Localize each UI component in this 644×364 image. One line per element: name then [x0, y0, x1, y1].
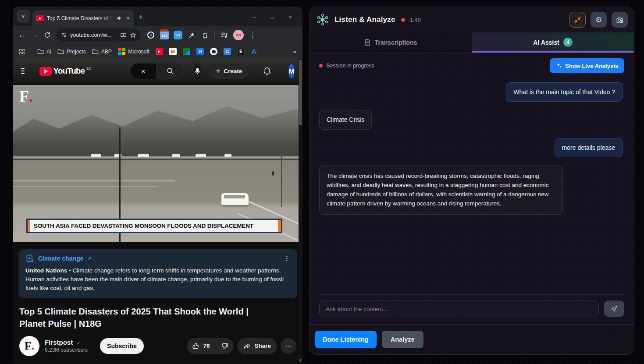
- bookmarks-overflow-icon[interactable]: »: [293, 48, 296, 55]
- youtube-account-avatar[interactable]: M: [288, 64, 295, 78]
- eyedropper-extension-icon[interactable]: [187, 31, 196, 39]
- media-queue-icon[interactable]: [220, 31, 228, 39]
- browser-toolbar: ← → youtube.com/w... 102 FI: [13, 26, 302, 44]
- analyze-button[interactable]: Analyze: [382, 331, 423, 348]
- bookmark-translate-icon[interactable]: G: [224, 48, 231, 55]
- ask-content-input[interactable]: [319, 300, 599, 317]
- url-text[interactable]: youtube.com/w...: [70, 32, 117, 38]
- dislike-button[interactable]: [215, 342, 234, 350]
- minimize-button[interactable]: –: [253, 14, 256, 20]
- bookmark-e-icon[interactable]: E: [237, 48, 245, 55]
- bookmark-calendar-icon[interactable]: 19: [196, 48, 204, 55]
- bookmark-folder-abp[interactable]: ABP: [92, 49, 112, 55]
- search-clear-icon[interactable]: ×: [130, 63, 156, 79]
- show-live-analysis-button[interactable]: Show Live Analysis: [550, 58, 624, 73]
- bookmark-meet-icon[interactable]: [183, 48, 190, 55]
- toolbar-separator: [214, 31, 215, 39]
- adblock-extension-icon[interactable]: 102: [160, 31, 169, 39]
- forward-button[interactable]: →: [31, 32, 38, 39]
- extensions-row: 102 FI oo ⋮: [146, 30, 257, 40]
- channel-avatar[interactable]: F.: [19, 336, 39, 356]
- youtube-favicon-icon: [36, 15, 44, 21]
- maximize-button[interactable]: □: [271, 14, 274, 20]
- scroll-down-arrow[interactable]: ▼: [299, 358, 302, 362]
- youtube-play-icon: [39, 67, 52, 76]
- back-button[interactable]: ←: [18, 32, 25, 39]
- like-button[interactable]: 76: [187, 342, 215, 350]
- microsoft-logo-icon: [118, 48, 126, 56]
- bookmark-microsoft[interactable]: Microsoft: [118, 48, 149, 56]
- session-status-text: Session in progress: [326, 63, 374, 69]
- tab-search-button[interactable]: ∨: [17, 10, 30, 23]
- browser-tab[interactable]: Top 5 Climate Disasters of 2 ×: [32, 10, 134, 26]
- new-tab-button[interactable]: +: [139, 13, 143, 22]
- bookmarks-separator: [31, 48, 31, 56]
- info-topic-link[interactable]: Climate change: [38, 255, 83, 262]
- reload-button[interactable]: [44, 32, 51, 39]
- video-player[interactable]: F. SOUTH ASIA FACED DEVASTATING MONSOON …: [13, 85, 302, 242]
- tab-transcriptions[interactable]: Transcriptions: [310, 32, 472, 52]
- share-button[interactable]: Share: [237, 338, 277, 354]
- bookmark-folder-projects[interactable]: Projects: [57, 49, 85, 55]
- article-info-icon: [25, 254, 34, 263]
- plus-icon: +: [216, 66, 221, 76]
- video-scene-shore: [13, 156, 302, 159]
- panel-title: Listen & Analyze: [334, 15, 395, 24]
- close-window-button[interactable]: ×: [288, 14, 292, 20]
- cast-save-icon[interactable]: [120, 32, 127, 39]
- address-bar[interactable]: youtube.com/w...: [57, 28, 141, 42]
- verified-check-icon: ✓: [77, 340, 81, 346]
- ft-extension-icon[interactable]: FI: [174, 31, 182, 39]
- voice-search-icon[interactable]: [194, 63, 201, 79]
- more-actions-button[interactable]: ⋯: [281, 338, 296, 354]
- info-card-header: Climate change ↗ ⋮: [25, 254, 290, 263]
- session-status-row: Session in progress Show Live Analysis: [310, 53, 634, 76]
- video-scene-vehicle: [224, 154, 231, 157]
- send-message-button[interactable]: [604, 300, 624, 317]
- browser-menu-icon[interactable]: ⋮: [249, 31, 257, 39]
- bookmark-folder-ai[interactable]: AI: [37, 49, 51, 55]
- apps-grid-icon[interactable]: [19, 49, 25, 54]
- create-button[interactable]: + Create: [209, 64, 249, 79]
- video-scene-vehicle: [196, 154, 206, 157]
- screenshot-lock-button[interactable]: [612, 12, 628, 28]
- page-scrollbar[interactable]: [299, 59, 302, 364]
- chat-input-row: [319, 294, 624, 324]
- subscribe-button[interactable]: Subscribe: [100, 338, 144, 354]
- settings-gear-button[interactable]: ⚙: [591, 12, 607, 28]
- bookmark-gmail-icon[interactable]: M: [169, 48, 177, 55]
- firstpost-watermark: F.: [19, 88, 33, 104]
- collapse-panel-button[interactable]: [569, 12, 586, 28]
- external-link-icon[interactable]: ↗: [87, 255, 92, 262]
- bookmark-label: Projects: [67, 49, 85, 55]
- scrollbar-thumb[interactable]: [299, 60, 302, 125]
- tab-label: AI Assist: [533, 39, 559, 46]
- info-card-menu-icon[interactable]: ⋮: [284, 254, 290, 262]
- app-logo-icon: [316, 13, 330, 27]
- done-listening-button[interactable]: Done Listening: [315, 331, 377, 348]
- browser-window: ∨ Top 5 Climate Disasters of 2 × + – □ ×…: [13, 7, 302, 364]
- menu-hamburger-icon[interactable]: [21, 68, 25, 74]
- session-live-dot: [319, 64, 323, 67]
- notifications-bell-icon[interactable]: [263, 67, 272, 76]
- site-settings-icon[interactable]: [61, 32, 67, 38]
- bookmark-youtube-icon[interactable]: [156, 48, 163, 55]
- bookmark-star-icon[interactable]: [130, 32, 136, 39]
- assistant-message: The climate crisis has caused record-bre…: [319, 166, 563, 215]
- profile-avatar[interactable]: oo: [233, 30, 244, 40]
- extensions-puzzle-icon[interactable]: [201, 31, 210, 39]
- media-extension-icon[interactable]: [146, 31, 155, 39]
- search-box[interactable]: ×: [130, 63, 184, 79]
- bookmark-azure-icon[interactable]: [251, 49, 257, 54]
- youtube-logo[interactable]: YouTube BD: [39, 66, 92, 76]
- window-controls: – □ ×: [253, 14, 299, 26]
- bookmark-github-icon[interactable]: [210, 48, 217, 55]
- tab-close-icon[interactable]: ×: [125, 15, 131, 21]
- video-title: Top 5 Climate Disasters of 2025 That Sho…: [13, 298, 276, 330]
- tab-strip: ∨ Top 5 Climate Disasters of 2 × + – □ ×: [13, 7, 302, 26]
- tab-audio-icon[interactable]: [117, 15, 122, 21]
- info-source: United Nations: [25, 267, 67, 274]
- search-icon[interactable]: [156, 63, 184, 79]
- channel-name[interactable]: Firstpost: [45, 339, 73, 346]
- tab-ai-assist[interactable]: AI Assist 4: [472, 32, 634, 52]
